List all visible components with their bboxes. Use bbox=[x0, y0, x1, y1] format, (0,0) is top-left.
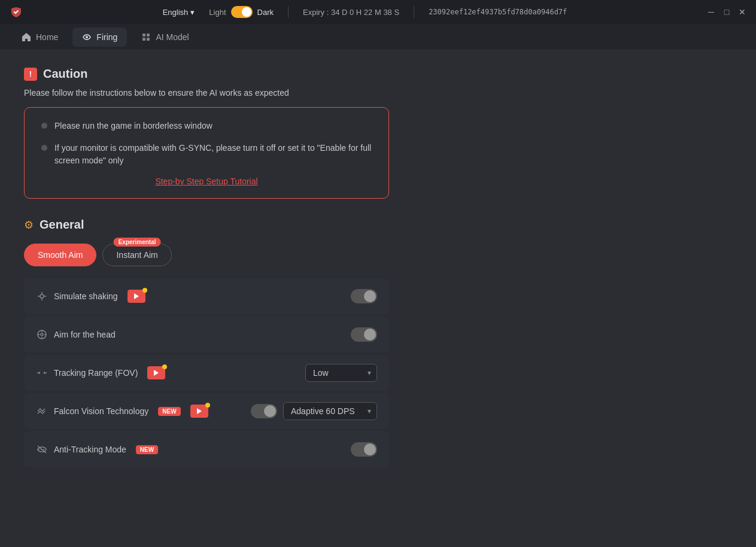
simulate-shaking-label-group: Simulate shaking bbox=[36, 290, 351, 303]
app-logo bbox=[10, 5, 23, 19]
svg-rect-1 bbox=[142, 34, 145, 37]
caution-box: Please run the game in borderless window… bbox=[24, 107, 389, 199]
tracking-video-badge-dot bbox=[162, 364, 167, 369]
experimental-badge: Experimental bbox=[114, 238, 161, 247]
title-bar-center: English ▾ Light Dark Expiry : 34 D 0 H 2… bbox=[35, 6, 695, 18]
tracking-range-icon bbox=[36, 367, 48, 378]
expiry-value: 34 D 0 H 22 M 38 S bbox=[331, 8, 399, 17]
svg-rect-3 bbox=[142, 38, 145, 41]
language-label: English bbox=[163, 8, 189, 17]
falcon-vision-dropdown-wrapper: Adaptive 60 DPS Adaptive 120 DPS bbox=[283, 402, 377, 420]
falcon-vision-label: Falcon Vision Technology bbox=[54, 406, 148, 416]
tracking-range-video-button[interactable] bbox=[147, 366, 165, 379]
ai-model-icon bbox=[141, 32, 151, 42]
minimize-button[interactable]: ─ bbox=[707, 8, 715, 16]
falcon-vision-toggle[interactable] bbox=[251, 404, 277, 418]
nav-firing[interactable]: Firing bbox=[72, 28, 127, 47]
caution-item-2-text: If your monitor is compatible with G-SYN… bbox=[54, 142, 372, 167]
theme-toggle-group: Light Dark bbox=[209, 6, 274, 18]
aim-head-label-group: Aim for the head bbox=[36, 329, 351, 340]
simulate-shaking-toggle[interactable] bbox=[351, 289, 377, 303]
svg-rect-2 bbox=[147, 34, 150, 37]
window-controls: ─ □ ✕ bbox=[707, 8, 746, 16]
caution-title: Caution bbox=[43, 67, 87, 81]
svg-point-7 bbox=[41, 333, 43, 336]
title-bar: English ▾ Light Dark Expiry : 34 D 0 H 2… bbox=[0, 0, 756, 24]
falcon-vision-new-badge: NEW bbox=[158, 407, 180, 416]
main-content: ! Caution Please follow the instructions… bbox=[0, 50, 756, 547]
aim-head-toggle[interactable] bbox=[351, 327, 377, 342]
nav-home[interactable]: Home bbox=[12, 28, 68, 47]
simulate-shaking-row: Simulate shaking bbox=[24, 278, 389, 314]
instant-aim-tab-wrapper: Experimental Instant Aim bbox=[102, 244, 171, 266]
falcon-vision-dropdown[interactable]: Adaptive 60 DPS Adaptive 120 DPS bbox=[283, 402, 377, 420]
nav-ai-model[interactable]: AI Model bbox=[132, 28, 198, 47]
falcon-vision-right: Adaptive 60 DPS Adaptive 120 DPS bbox=[251, 402, 377, 420]
language-selector[interactable]: English ▾ bbox=[163, 8, 195, 17]
anti-tracking-new-badge: NEW bbox=[136, 445, 158, 454]
caution-item-1-text: Please run the game in borderless window bbox=[54, 120, 212, 132]
svg-rect-4 bbox=[147, 38, 150, 41]
aim-head-label: Aim for the head bbox=[54, 330, 116, 339]
expiry-text: Expiry : 34 D 0 H 22 M 38 S bbox=[303, 8, 399, 17]
caution-icon: ! bbox=[24, 68, 37, 81]
falcon-vision-label-group: Falcon Vision Technology NEW bbox=[36, 405, 251, 418]
nav-home-label: Home bbox=[36, 32, 58, 42]
home-icon bbox=[22, 32, 31, 42]
smooth-aim-tab[interactable]: Smooth Aim bbox=[24, 244, 96, 266]
license-key: 23092eef12ef4937b5fd78d0a0946d7f bbox=[429, 8, 567, 16]
anti-tracking-label: Anti-Tracking Mode bbox=[54, 445, 126, 454]
setup-tutorial-link[interactable]: Step-by Step Setup Tutorial bbox=[41, 177, 372, 186]
aim-head-icon bbox=[36, 329, 48, 340]
divider-1 bbox=[288, 6, 289, 18]
simulate-shaking-video-button[interactable] bbox=[127, 290, 145, 303]
nav-ai-model-label: AI Model bbox=[156, 32, 189, 42]
video-badge-dot bbox=[142, 288, 147, 293]
svg-point-5 bbox=[40, 294, 44, 298]
close-button[interactable]: ✕ bbox=[738, 8, 746, 16]
aim-head-row: Aim for the head bbox=[24, 317, 389, 352]
nav-bar: Home Firing AI Model bbox=[0, 24, 756, 50]
tracking-range-label: Tracking Range (FOV) bbox=[54, 368, 138, 378]
theme-light-label: Light bbox=[209, 8, 226, 17]
falcon-vision-video-button[interactable] bbox=[190, 405, 208, 418]
falcon-video-badge-dot bbox=[205, 403, 210, 408]
caution-subtitle: Please follow the instructions below to … bbox=[24, 88, 732, 98]
anti-tracking-icon bbox=[36, 444, 48, 455]
caution-header: ! Caution bbox=[24, 67, 732, 81]
caution-bullet-2 bbox=[41, 145, 47, 151]
caution-item-2: If your monitor is compatible with G-SYN… bbox=[41, 142, 372, 167]
maximize-button[interactable]: □ bbox=[722, 8, 731, 16]
caution-bullet-1 bbox=[41, 123, 47, 129]
anti-tracking-toggle[interactable] bbox=[351, 442, 377, 457]
settings-container: Simulate shaking bbox=[24, 278, 389, 467]
svg-point-0 bbox=[86, 36, 88, 38]
falcon-vision-icon bbox=[36, 406, 48, 417]
tracking-range-label-group: Tracking Range (FOV) bbox=[36, 366, 305, 379]
theme-dark-label: Dark bbox=[257, 8, 274, 17]
general-title: General bbox=[40, 218, 84, 232]
theme-toggle-switch[interactable] bbox=[231, 6, 253, 18]
anti-tracking-label-group: Anti-Tracking Mode NEW bbox=[36, 444, 351, 455]
simulate-shaking-label: Simulate shaking bbox=[54, 291, 118, 301]
anti-tracking-row: Anti-Tracking Mode NEW bbox=[24, 431, 389, 467]
general-section-header: ⚙ General bbox=[24, 218, 732, 232]
nav-firing-label: Firing bbox=[96, 32, 117, 42]
firing-icon bbox=[82, 32, 92, 42]
gear-icon: ⚙ bbox=[24, 218, 34, 232]
tracking-range-dropdown[interactable]: Low Medium High bbox=[305, 364, 377, 382]
aim-tab-group: Smooth Aim Experimental Instant Aim bbox=[24, 244, 732, 266]
divider-2 bbox=[414, 6, 414, 18]
tracking-range-dropdown-wrapper: Low Medium High bbox=[305, 364, 377, 382]
shaking-icon bbox=[36, 291, 48, 302]
tracking-range-row: Tracking Range (FOV) Low Medium High bbox=[24, 355, 389, 391]
instant-aim-tab[interactable]: Instant Aim bbox=[102, 244, 171, 266]
falcon-vision-row: Falcon Vision Technology NEW Adaptive 60… bbox=[24, 393, 389, 429]
caution-item-1: Please run the game in borderless window bbox=[41, 120, 372, 132]
